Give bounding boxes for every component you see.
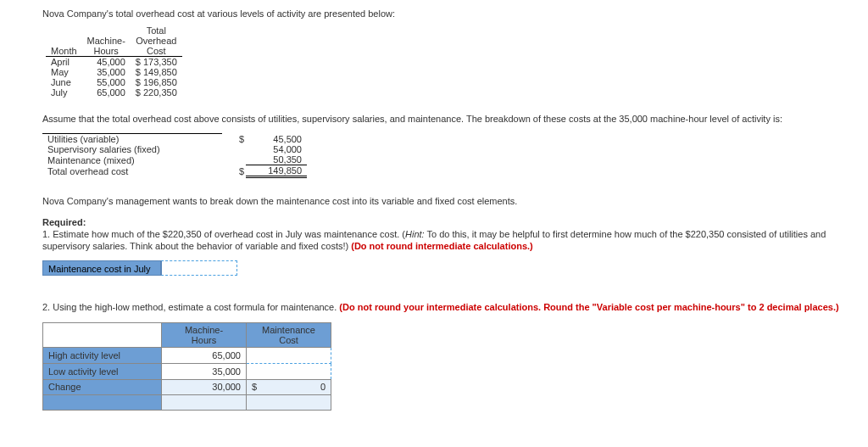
- change-cost-value: 0: [320, 382, 326, 392]
- cell: $ 220,350: [131, 87, 182, 98]
- cell: 45,000: [82, 57, 131, 68]
- table-row: Total overhead cost $ 149,850: [42, 165, 307, 177]
- change-label: Change: [43, 379, 162, 394]
- cell: 35,000: [82, 67, 131, 77]
- cell: 149,850: [246, 165, 307, 177]
- req1-warning: (Do not round intermediate calculations.…: [351, 241, 533, 251]
- cell: 50,350: [246, 154, 307, 165]
- cost-breakdown-table: Utilities (variable) $ 45,500 Supervisor…: [42, 133, 307, 178]
- requirement-2: 2. Using the high-low method, estimate a…: [42, 301, 860, 313]
- cell: [222, 154, 246, 165]
- col-maintenance-cost: Maintenance Cost: [247, 322, 331, 347]
- cell: $: [222, 134, 246, 145]
- cell: 54,000: [246, 144, 307, 154]
- high-low-table: Machine- Hours Maintenance Cost High act…: [42, 322, 331, 411]
- low-hours: 35,000: [162, 363, 247, 379]
- intro-text-1: Nova Company's total overhead cost at va…: [42, 8, 860, 19]
- cell: $: [222, 165, 246, 177]
- cell: June: [46, 77, 82, 87]
- col-cost: Cost: [131, 46, 182, 57]
- table-row: July65,000$ 220,350: [46, 87, 182, 98]
- cell: July: [46, 87, 82, 98]
- low-activity-label: Low activity level: [43, 363, 162, 379]
- table-row: [43, 394, 331, 410]
- table-row: Change 30,000 $0: [43, 379, 331, 394]
- required-label: Required:: [42, 217, 86, 227]
- cell: 45,500: [246, 134, 307, 145]
- table-row: May35,000$ 149,850: [46, 67, 182, 77]
- col-month: Month: [46, 46, 82, 57]
- req2-text-a: 2. Using the high-low method, estimate a…: [42, 302, 339, 312]
- table-row: Utilities (variable) $ 45,500: [42, 134, 307, 145]
- table-row: Low activity level 35,000: [43, 363, 331, 379]
- cell: Utilities (variable): [42, 134, 222, 145]
- answer-1-row: Maintenance cost in July: [42, 260, 860, 276]
- high-activity-label: High activity level: [43, 347, 162, 363]
- table-row: Maintenance (mixed) 50,350: [42, 154, 307, 165]
- intro-text-2: Assume that the total overhead cost abov…: [42, 113, 860, 125]
- footer-label: [43, 394, 162, 410]
- cell: Maintenance (mixed): [42, 154, 222, 165]
- cell: 55,000: [82, 77, 131, 87]
- table-row: April45,000$ 173,350: [46, 57, 182, 68]
- low-cost-input[interactable]: [252, 366, 329, 377]
- change-cost: $0: [247, 379, 331, 394]
- cell: $ 149,850: [131, 67, 182, 77]
- table-row: June55,000$ 196,850: [46, 77, 182, 87]
- cell: $ 173,350: [131, 57, 182, 68]
- cell: Total overhead cost: [42, 165, 222, 177]
- answer-1-label: Maintenance cost in July: [42, 260, 161, 276]
- intro-text-3: Nova Company's management wants to break…: [42, 195, 860, 207]
- cell: Supervisory salaries (fixed): [42, 144, 222, 154]
- table-row: Supervisory salaries (fixed) 54,000: [42, 144, 307, 154]
- hint-label: Hint:: [405, 229, 425, 239]
- cell: May: [46, 67, 82, 77]
- currency-symbol: $: [252, 382, 257, 392]
- cell: April: [46, 57, 82, 68]
- col-total: Total: [131, 25, 182, 36]
- change-hours: 30,000: [162, 379, 247, 394]
- table-row: High activity level 65,000: [43, 347, 331, 363]
- cell: 65,000: [82, 87, 131, 98]
- cell: $ 196,850: [131, 77, 182, 87]
- cell: [222, 144, 246, 154]
- blank-corner: [43, 322, 162, 347]
- col-machine-hours: Machine- Hours: [162, 322, 247, 347]
- footer-hours: [162, 394, 247, 410]
- req2-warning: (Do not round your intermediate calculat…: [339, 302, 838, 312]
- col-hours: Hours: [82, 46, 131, 57]
- overhead-activity-table: Total Machine- Overhead Month Hours Cost…: [46, 25, 182, 98]
- high-cost-input[interactable]: [252, 349, 329, 361]
- footer-cost: [247, 394, 331, 410]
- req1-text-a: 1. Estimate how much of the $220,350 of …: [42, 229, 405, 239]
- high-hours: 65,000: [162, 347, 247, 363]
- maintenance-cost-july-input[interactable]: [161, 260, 237, 276]
- col-overhead: Overhead: [131, 36, 182, 46]
- col-machine: Machine-: [82, 36, 131, 46]
- requirement-1: Required: 1. Estimate how much of the $2…: [42, 216, 860, 253]
